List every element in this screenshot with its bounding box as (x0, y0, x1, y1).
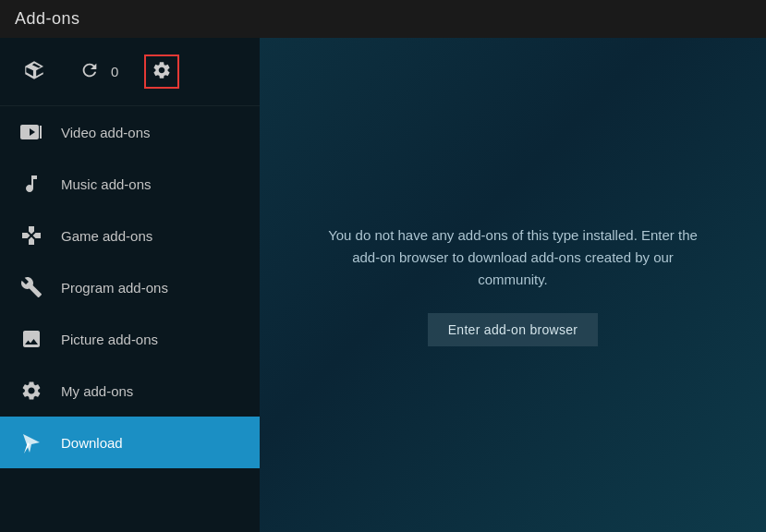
sidebar-item-label: Game add-ons (61, 228, 152, 244)
sidebar-item-label: Download (61, 435, 123, 451)
sidebar-item-game-add-ons[interactable]: Game add-ons (0, 210, 260, 261)
page-title: Add-ons (15, 9, 80, 28)
sidebar-item-music-add-ons[interactable]: Music add-ons (0, 158, 260, 210)
title-bar: Add-ons (0, 0, 766, 38)
program-icon (18, 274, 44, 300)
box-icon (22, 58, 46, 85)
sidebar-item-label: Picture add-ons (61, 332, 158, 347)
nav-menu: Video add-ons Music add-ons Game add-ons (0, 106, 260, 532)
update-count: 0 (111, 64, 118, 79)
sidebar-item-my-add-ons[interactable]: My add-ons (0, 365, 260, 417)
picture-icon (18, 326, 44, 352)
music-icon (18, 171, 44, 197)
sidebar-item-label: Program add-ons (61, 280, 168, 296)
refresh-icon (79, 60, 100, 83)
content-message: You do not have any add-ons of this type… (319, 224, 707, 291)
game-icon (18, 223, 44, 248)
toolbar: 0 (0, 38, 260, 106)
sidebar: 0 Video add-ons (0, 38, 260, 532)
sidebar-item-program-add-ons[interactable]: Program add-ons (0, 261, 260, 313)
enter-addon-browser-button[interactable]: Enter add-on browser (428, 313, 599, 346)
sidebar-item-download[interactable]: Download (0, 417, 260, 468)
box-button[interactable] (18, 54, 50, 89)
sidebar-item-video-add-ons[interactable]: Video add-ons (0, 106, 260, 158)
refresh-button[interactable] (76, 56, 103, 87)
sidebar-item-label: My add-ons (61, 383, 133, 399)
settings-icon (152, 60, 172, 83)
settings-button[interactable] (144, 54, 179, 89)
update-group: 0 (76, 56, 118, 87)
content-area: You do not have any add-ons of this type… (260, 38, 766, 532)
main-layout: 0 Video add-ons (0, 38, 766, 532)
download-icon (18, 429, 44, 455)
sidebar-item-picture-add-ons[interactable]: Picture add-ons (0, 313, 260, 365)
sidebar-item-label: Music add-ons (61, 176, 152, 192)
sidebar-item-label: Video add-ons (61, 125, 150, 140)
video-icon (18, 119, 44, 145)
my-addons-icon (18, 378, 44, 404)
